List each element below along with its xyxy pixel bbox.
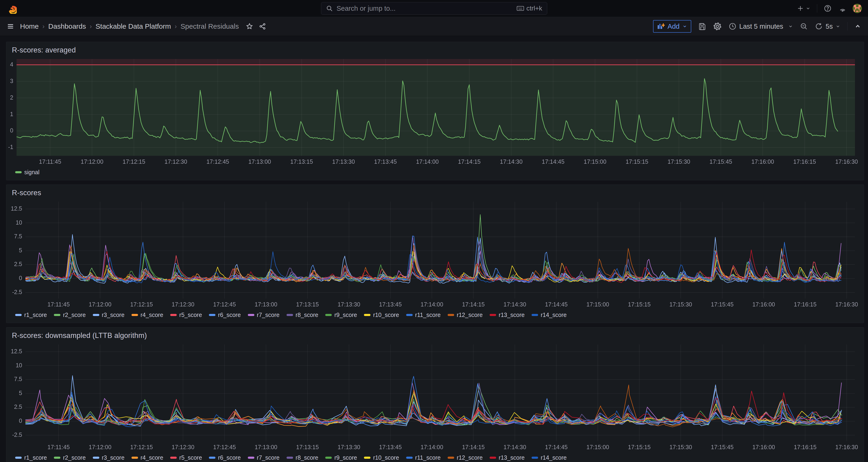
refresh-button[interactable] [815, 22, 823, 30]
legend-series-label: r9_score [334, 312, 357, 318]
time-range-label: Last 5 minutes [739, 23, 783, 30]
breadcrumb: Home › Dashboards › Stackable Data Platf… [20, 22, 239, 30]
dashboard-toolbar: Home › Dashboards › Stackable Data Platf… [0, 17, 868, 36]
panel-rscores: R-scores r1_scorer2_scorer3_scorer4_scor… [6, 184, 864, 323]
legend-series-label: r4_score [141, 312, 163, 318]
legend-series-swatch [170, 457, 177, 459]
hamburger-icon [7, 23, 14, 30]
legend-item[interactable]: r4_score [131, 454, 163, 461]
top-nav-bar: ctrl+k [0, 0, 868, 17]
legend-series-label: r2_score [63, 312, 86, 318]
legend-item[interactable]: r5_score [170, 312, 202, 318]
search-input[interactable]: ctrl+k [321, 2, 547, 15]
collapse-topbar-button[interactable] [855, 23, 861, 30]
chevron-down-icon [788, 24, 793, 29]
dashboard-settings-button[interactable] [713, 22, 721, 31]
legend-item[interactable]: r9_score [325, 312, 357, 318]
breadcrumb-dashboards[interactable]: Dashboards [48, 22, 86, 30]
add-panel-label: Add [668, 23, 680, 30]
user-avatar[interactable] [852, 4, 862, 13]
legend-item[interactable]: r12_score [447, 454, 483, 461]
legend-item[interactable]: r4_score [131, 312, 163, 318]
time-range-picker[interactable]: Last 5 minutes [728, 22, 793, 30]
clock-icon [728, 22, 737, 30]
breadcrumb-folder[interactable]: Stackable Data Platform [96, 22, 171, 30]
legend-item[interactable]: r2_score [54, 312, 86, 318]
legend-item[interactable]: r7_score [248, 312, 280, 318]
legend-series-label: r6_score [218, 312, 241, 318]
legend-item[interactable]: r14_score [532, 312, 566, 318]
legend-item[interactable]: r11_score [406, 312, 441, 318]
legend-series-label: r5_score [179, 312, 202, 318]
legend-series-label: r8_score [296, 312, 318, 318]
chart-legend: r1_scorer2_scorer3_scorer4_scorer5_score… [6, 309, 864, 323]
breadcrumb-home[interactable]: Home [20, 22, 39, 30]
legend-item[interactable]: r2_score [54, 454, 86, 461]
menu-button[interactable] [7, 23, 14, 30]
legend-item[interactable]: r1_score [15, 454, 47, 461]
rscores-downsampled-chart[interactable] [6, 343, 864, 452]
legend-series-swatch [364, 457, 370, 459]
chevron-down-icon[interactable] [836, 24, 840, 29]
legend-item[interactable]: r8_score [286, 312, 318, 318]
legend-item[interactable]: r5_score [170, 454, 202, 461]
legend-item[interactable]: r10_score [364, 454, 399, 461]
chevron-down-icon [682, 24, 687, 29]
rscores-chart[interactable] [6, 200, 864, 309]
legend-item[interactable]: r6_score [209, 312, 241, 318]
refresh-controls: 5s [815, 22, 840, 30]
rscores-averaged-chart[interactable] [6, 57, 864, 166]
legend-series-label: r7_score [257, 312, 280, 318]
legend-item[interactable]: r3_score [93, 312, 124, 318]
panel-header: R-scores: averaged [6, 42, 864, 54]
share-dashboard-button[interactable] [259, 23, 266, 30]
legend-item[interactable]: r7_score [248, 454, 280, 461]
legend-series-swatch [532, 457, 538, 459]
search-icon [326, 5, 333, 12]
legend-series-swatch [325, 457, 332, 459]
legend-series-label: r7_score [257, 454, 280, 461]
legend-item[interactable]: r10_score [364, 312, 399, 318]
legend-series-swatch [532, 314, 538, 316]
legend-item[interactable]: r1_score [15, 312, 47, 318]
legend-series-label: r6_score [218, 454, 241, 461]
legend-item[interactable]: r13_score [490, 312, 525, 318]
add-panel-button[interactable]: Add [653, 20, 691, 33]
grafana-logo[interactable] [6, 3, 17, 14]
news-button[interactable] [838, 4, 846, 12]
legend-item[interactable]: r13_score [490, 454, 525, 461]
help-button[interactable] [824, 4, 832, 12]
legend-item[interactable]: r8_score [286, 454, 318, 461]
legend-series-swatch [286, 457, 293, 459]
legend-item[interactable]: r6_score [209, 454, 241, 461]
legend-series-label: r10_score [373, 454, 399, 461]
legend-series-swatch [447, 314, 454, 316]
star-dashboard-button[interactable] [246, 23, 253, 30]
search-field[interactable] [336, 4, 514, 12]
help-icon [824, 4, 832, 12]
panel-title[interactable]: R-scores [12, 189, 41, 197]
legend-item[interactable]: r12_score [447, 312, 483, 318]
legend-series-swatch [93, 314, 99, 316]
legend-item[interactable]: r14_score [532, 454, 566, 461]
legend-series-label: r13_score [499, 454, 525, 461]
refresh-interval-label[interactable]: 5s [826, 23, 833, 30]
legend-series-label: r14_score [541, 312, 566, 318]
legend-item[interactable]: r11_score [406, 454, 441, 461]
save-dashboard-button[interactable] [698, 22, 706, 30]
legend-series-swatch [325, 314, 332, 316]
legend-series-label: r4_score [141, 454, 163, 461]
legend-series-label: r14_score [541, 454, 566, 461]
legend-item[interactable]: r9_score [325, 454, 357, 461]
legend-series-swatch [15, 457, 22, 459]
new-button[interactable] [797, 5, 810, 12]
legend-series-label: r13_score [499, 312, 525, 318]
legend-series-swatch [209, 457, 215, 459]
legend-item[interactable]: r3_score [93, 454, 124, 461]
legend-item[interactable]: signal [15, 169, 39, 176]
chart-area [6, 343, 864, 452]
legend-series-swatch [131, 457, 138, 459]
zoom-out-button[interactable] [800, 22, 808, 30]
panel-title[interactable]: R-scores: downsampled (LTTB algorithm) [12, 331, 147, 340]
panel-title[interactable]: R-scores: averaged [12, 46, 76, 54]
